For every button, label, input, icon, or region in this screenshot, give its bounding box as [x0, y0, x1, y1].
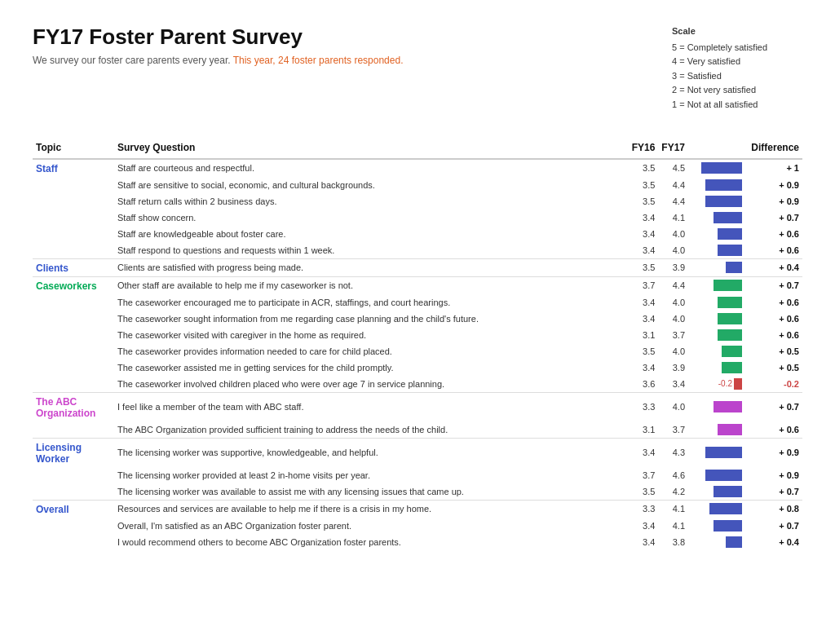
- table-row: LicensingWorkerThe licensing worker was …: [33, 438, 802, 467]
- topic-cell: The ABCOrganization: [33, 392, 114, 421]
- bar-container: [691, 280, 742, 291]
- fy17-value: 4.6: [658, 467, 688, 483]
- question-cell: The licensing worker was available to as…: [114, 483, 629, 501]
- fy17-value: 4.0: [658, 392, 688, 421]
- diff-cell: + 0.6: [745, 421, 802, 439]
- question-cell: Other staff are available to help me if …: [114, 276, 629, 294]
- bar-container: [691, 424, 742, 435]
- diff-bar-positive: [718, 245, 742, 256]
- bar-container: [691, 228, 742, 240]
- bar-cell: -0.2: [688, 376, 745, 393]
- topic-cell: [33, 534, 114, 550]
- diff-bar-positive: [718, 424, 742, 435]
- bar-cell: [688, 392, 745, 421]
- bar-cell: [688, 359, 745, 376]
- fy17-value: 4.1: [658, 500, 688, 518]
- table-row: Staff show concern.3.44.1+ 0.7: [33, 210, 802, 226]
- diff-bar-positive: [718, 329, 742, 341]
- fy17-value: 4.0: [658, 242, 688, 259]
- bar-cell: [688, 193, 745, 210]
- fy16-value: 3.5: [629, 193, 659, 210]
- diff-bar-positive: [718, 313, 742, 324]
- diff-bar-positive: [705, 179, 742, 191]
- diff-cell: + 0.9: [745, 177, 802, 193]
- fy16-value: 3.5: [629, 343, 659, 359]
- diff-bar-negative: [734, 378, 742, 390]
- scale-item-2: 2 = Not very satisfied: [672, 83, 802, 98]
- fy16-value: 3.6: [629, 376, 659, 393]
- diff-cell: + 0.9: [745, 438, 802, 467]
- bar-container: [691, 401, 742, 412]
- fy17-value: 4.3: [658, 438, 688, 467]
- fy16-value: 3.1: [629, 327, 659, 343]
- diff-bar-positive: [714, 212, 742, 223]
- fy16-value: 3.4: [629, 242, 659, 259]
- bar-container: [691, 470, 742, 481]
- diff-bar-positive: [705, 447, 742, 458]
- fy17-value: 4.4: [658, 193, 688, 210]
- bar-container: [691, 329, 742, 341]
- scale-item-1: 1 = Not at all satisfied: [672, 98, 802, 112]
- fy16-value: 3.5: [629, 159, 659, 177]
- fy16-value: 3.1: [629, 421, 659, 439]
- diff-cell: -0.2: [745, 376, 802, 393]
- question-cell: The caseworker sought information from m…: [114, 311, 629, 327]
- bar-container: [691, 346, 742, 357]
- bar-container: -0.2: [691, 378, 742, 390]
- scale-title: Scale: [672, 24, 802, 39]
- bar-cell: [688, 343, 745, 359]
- fy16-value: 3.4: [629, 210, 659, 226]
- fy16-value: 3.4: [629, 311, 659, 327]
- table-row: ClientsClients are satisfied with progre…: [33, 258, 802, 276]
- table-row: The caseworker provides information need…: [33, 343, 802, 359]
- bar-cell: [688, 242, 745, 259]
- fy17-value: 4.0: [658, 226, 688, 242]
- table-row: The caseworker sought information from m…: [33, 311, 802, 327]
- scale-item-5: 5 = Completely satisfied: [672, 41, 802, 55]
- fy17-value: 4.2: [658, 483, 688, 501]
- bar-container: [691, 536, 742, 548]
- topic-cell: [33, 518, 114, 534]
- table-row: The ABC Organization provided sufficient…: [33, 421, 802, 439]
- col-diff: Difference: [745, 137, 802, 159]
- question-cell: The caseworker involved children placed …: [114, 376, 629, 393]
- diff-cell: + 0.6: [745, 311, 802, 327]
- bar-cell: [688, 500, 745, 518]
- question-cell: The caseworker encouraged me to particip…: [114, 294, 629, 311]
- diff-cell: + 0.6: [745, 327, 802, 343]
- fy17-value: 4.5: [658, 159, 688, 177]
- survey-table: Topic Survey Question FY16 FY17 Differen…: [33, 137, 802, 550]
- fy17-value: 4.1: [658, 210, 688, 226]
- question-cell: Resources and services are available to …: [114, 500, 629, 518]
- bar-cell: [688, 311, 745, 327]
- diff-bar-positive: [722, 346, 742, 357]
- topic-cell: [33, 193, 114, 210]
- bar-cell: [688, 159, 745, 177]
- table-row: The caseworker assisted me in getting se…: [33, 359, 802, 376]
- topic-cell: LicensingWorker: [33, 438, 114, 467]
- col-topic: Topic: [33, 137, 114, 159]
- bar-container: [691, 447, 742, 458]
- topic-cell: [33, 311, 114, 327]
- diff-bar-positive: [714, 401, 742, 412]
- question-cell: Clients are satisfied with progress bein…: [114, 258, 629, 276]
- fy16-value: 3.4: [629, 518, 659, 534]
- subtitle-plain: We survey our foster care parents every …: [33, 55, 231, 66]
- topic-cell: [33, 294, 114, 311]
- bar-cell: [688, 438, 745, 467]
- fy16-value: 3.5: [629, 483, 659, 501]
- diff-bar-positive: [714, 280, 742, 291]
- diff-bar-positive: [714, 486, 742, 497]
- table-row: Staff respond to questions and requests …: [33, 242, 802, 259]
- diff-cell: + 0.7: [745, 392, 802, 421]
- bar-cell: [688, 467, 745, 483]
- bar-cell: [688, 327, 745, 343]
- topic-cell: [33, 376, 114, 393]
- diff-cell: + 0.6: [745, 226, 802, 242]
- bar-cell: [688, 226, 745, 242]
- table-row: OverallResources and services are availa…: [33, 500, 802, 518]
- diff-cell: + 0.9: [745, 467, 802, 483]
- fy17-value: 4.4: [658, 177, 688, 193]
- diff-bar-positive: [726, 536, 742, 548]
- bar-cell: [688, 177, 745, 193]
